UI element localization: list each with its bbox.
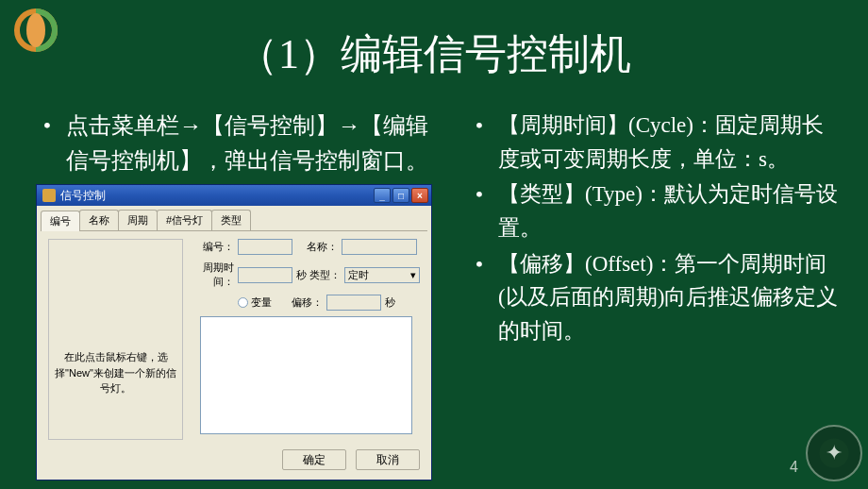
name-input[interactable] bbox=[342, 239, 417, 255]
id-label: 编号： bbox=[192, 240, 238, 254]
right-bullet-3-text: 【偏移】(Offset)：第一个周期时间(以及后面的周期)向后推迟偏移定义的时间… bbox=[498, 247, 840, 348]
chevron-down-icon: ▾ bbox=[410, 269, 416, 281]
close-button[interactable]: × bbox=[411, 188, 428, 203]
right-bullet-3: • 【偏移】(Offset)：第一个周期时间(以及后面的周期)向后推迟偏移定义的… bbox=[460, 247, 840, 348]
offset-input[interactable] bbox=[326, 295, 381, 311]
cycle-label: 周期时间： bbox=[192, 261, 238, 289]
dialog-title-text: 信号控制 bbox=[60, 188, 374, 204]
university-seal-icon: ✦ bbox=[806, 425, 862, 481]
name-label: 名称： bbox=[292, 240, 342, 254]
main-bullet: • 点击菜单栏→【信号控制】→【编辑信号控制机】，弹出信号控制窗口。 bbox=[28, 109, 443, 178]
type-select[interactable]: 定时▾ bbox=[344, 267, 420, 283]
page-number: 4 bbox=[790, 459, 798, 476]
type-label: 类型： bbox=[307, 268, 344, 282]
svg-point-1 bbox=[26, 13, 45, 47]
ok-button[interactable]: 确定 bbox=[282, 449, 346, 470]
bullet-dot-icon: • bbox=[28, 109, 66, 178]
dialog-app-icon bbox=[42, 189, 56, 202]
tab-name[interactable]: 名称 bbox=[79, 210, 119, 230]
id-input[interactable] bbox=[238, 239, 292, 255]
bullet-dot-icon: • bbox=[460, 177, 498, 244]
bullet-dot-icon: • bbox=[460, 109, 498, 176]
tab-signals[interactable]: #信号灯 bbox=[157, 210, 212, 230]
signal-control-dialog: 信号控制 _ □ × 编号 名称 周期 #信号灯 类型 在此点击鼠 bbox=[36, 184, 432, 481]
signal-list-panel[interactable]: 在此点击鼠标右键，选择"New"来创建一个新的信号灯。 bbox=[48, 239, 183, 440]
offset-unit: 秒 bbox=[385, 295, 395, 310]
cycle-unit: 秒 bbox=[296, 268, 307, 282]
tab-type[interactable]: 类型 bbox=[211, 210, 251, 230]
slide-title: （1）编辑信号控制机 bbox=[0, 0, 868, 82]
offset-label: 偏移： bbox=[272, 295, 326, 310]
maximize-button[interactable]: □ bbox=[392, 188, 409, 203]
right-bullet-2-text: 【类型】(Type)：默认为定时信号设置。 bbox=[498, 177, 840, 244]
tab-id[interactable]: 编号 bbox=[41, 211, 80, 231]
dialog-tabs: 编号 名称 周期 #信号灯 类型 bbox=[37, 206, 431, 230]
hint-text: 在此点击鼠标右键，选择"New"来创建一个新的信号灯。 bbox=[55, 349, 176, 396]
cancel-button[interactable]: 取消 bbox=[356, 449, 420, 470]
right-bullet-2: • 【类型】(Type)：默认为定时信号设置。 bbox=[460, 177, 840, 244]
cycle-input[interactable] bbox=[238, 267, 292, 283]
right-bullet-1-text: 【周期时间】(Cycle)：固定周期长度或可变周期长度，单位：s。 bbox=[498, 109, 840, 176]
bullet-dot-icon: • bbox=[460, 247, 498, 348]
main-bullet-text: 点击菜单栏→【信号控制】→【编辑信号控制机】，弹出信号控制窗口。 bbox=[66, 109, 443, 178]
variable-radio[interactable] bbox=[238, 297, 248, 308]
dialog-titlebar: 信号控制 _ □ × bbox=[37, 185, 431, 206]
tab-cycle[interactable]: 周期 bbox=[118, 210, 158, 230]
minimize-button[interactable]: _ bbox=[374, 188, 391, 203]
detail-listbox[interactable] bbox=[200, 316, 412, 434]
slide-logo-icon bbox=[13, 8, 58, 53]
right-bullet-1: • 【周期时间】(Cycle)：固定周期长度或可变周期长度，单位：s。 bbox=[460, 109, 840, 176]
variable-label: 变量 bbox=[251, 295, 272, 310]
